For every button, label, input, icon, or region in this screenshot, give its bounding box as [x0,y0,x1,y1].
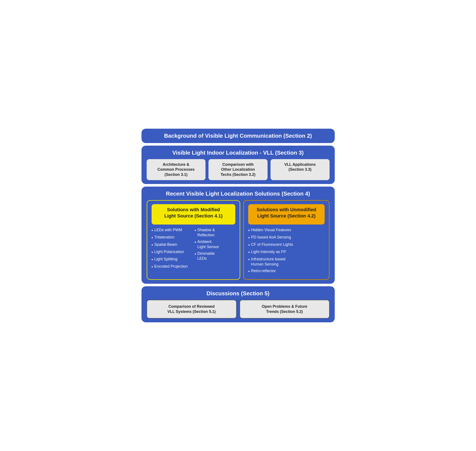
section4-inner: Solutions with ModifiedLight Source (Sec… [147,200,330,280]
unmodified-item-4: Light Intensity as FP [248,249,324,255]
section5-cards: Comparison of ReviewedVLL Systems (Secti… [147,300,330,319]
unmodified-item-1: Hidden Visual Features [248,227,324,233]
modified-list2: Shadow &Reflection AmbientLight Sensor D… [194,227,235,261]
modified-item-2: Trilateration [152,235,192,240]
unmodified-item-5: Infrastructure basedHuman Sensing [248,257,324,267]
modified-title: Solutions with ModifiedLight Source (Sec… [155,207,232,219]
modified-col2: Shadow &Reflection AmbientLight Sensor D… [194,227,235,271]
section4-box: Recent Visible Light Localization Soluti… [142,187,335,284]
section3-box: Visible Light Indoor Localization - VLL … [142,146,335,184]
unmodified-item-2: PD based AoA Sensing [248,235,324,240]
unmodified-title: Solutions with UnmodifiedLight Source (S… [252,207,321,219]
modified-item-1: LEDs with PWM [152,227,192,233]
modified-list1: LEDs with PWM Trilateration Spatial Beam… [152,227,192,269]
section3-cards: Architecture &Common Processes(Section 3… [147,159,330,180]
section3-title: Visible Light Indoor Localization - VLL … [147,150,330,156]
modified-item-5: Light Splitting [152,257,192,262]
section5-box: Discussions (Section 5) Comparison of Re… [142,286,335,322]
section5-title: Discussions (Section 5) [147,290,330,297]
modified-item-3: Spatial Beam [152,242,192,248]
unmodified-item-3: CF of Fluorescent Lights [248,242,324,248]
section2-box: Background of Visible Light Communicatio… [142,129,335,143]
modified-item-7: Shadow &Reflection [194,227,235,238]
modified-box: Solutions with ModifiedLight Source (Sec… [147,200,240,280]
section5-card-1: Comparison of ReviewedVLL Systems (Secti… [147,300,237,319]
section3-card-1: Architecture &Common Processes(Section 3… [147,159,206,180]
section3-card-2: Comparison withOther LocalizationTechs (… [208,159,268,180]
section4-title: Recent Visible Light Localization Soluti… [147,190,330,197]
section3-card-3: VLL Applications(Section 3.3) [270,159,330,180]
modified-item-4: Light Polarization [152,249,192,255]
unmodified-list: Hidden Visual Features PD based AoA Sens… [248,227,324,274]
modified-item-9: DimmableLEDs [194,251,235,261]
unmodified-item-6: Retro-reflector [248,269,324,274]
modified-content: LEDs with PWM Trilateration Spatial Beam… [152,227,236,271]
modified-col1: LEDs with PWM Trilateration Spatial Beam… [152,227,192,271]
diagram-container: Background of Visible Light Communicatio… [142,129,335,322]
section5-card-2: Open Problems & FutureTrends (Section 5.… [240,300,330,319]
section2-title: Background of Visible Light Communicatio… [147,132,330,139]
unmodified-box: Solutions with UnmodifiedLight Source (S… [243,200,329,280]
modified-item-8: AmbientLight Sensor [194,239,235,249]
modified-item-6: Encoded Projection [152,264,192,269]
